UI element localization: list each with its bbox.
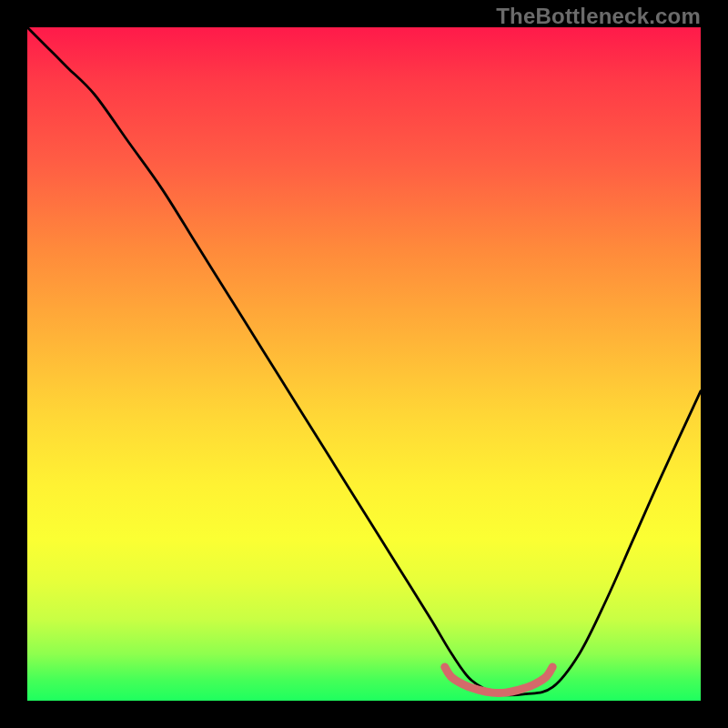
plot-area	[27, 27, 701, 701]
chart-frame: TheBottleneck.com	[0, 0, 728, 728]
chart-svg	[27, 27, 701, 701]
bottleneck-curve	[27, 27, 701, 695]
optimal-range-marker	[445, 667, 552, 693]
watermark-text: TheBottleneck.com	[496, 4, 701, 29]
